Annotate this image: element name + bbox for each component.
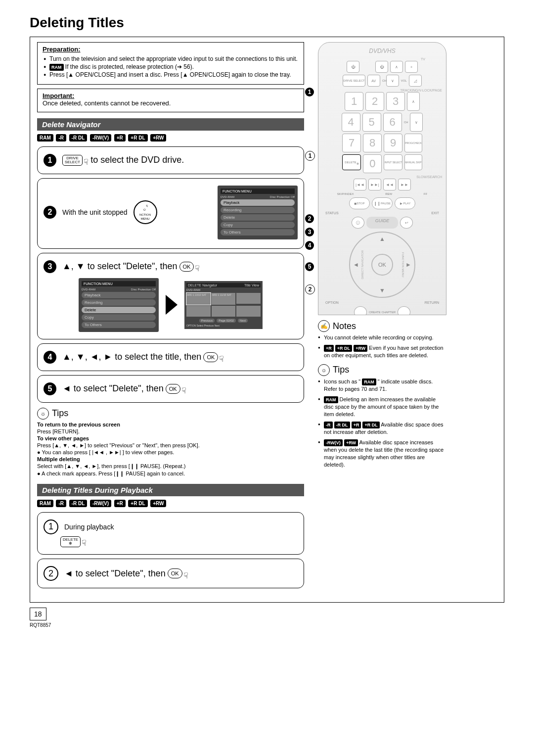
callout-5-filled: 5 <box>305 262 314 271</box>
callout-4-filled: 4 <box>305 241 314 250</box>
tips-list-right: Icons such as " RAM " indicate usable di… <box>318 378 446 469</box>
pb-step-2-number: 2 <box>44 566 58 581</box>
step-4: 4 ▲, ▼, ◄, ► to select the title, then O… <box>37 343 304 371</box>
pb-step-1-text: During playback <box>64 523 114 531</box>
finger-icon: ☟ <box>181 386 186 395</box>
callout-3-filled: 3 <box>305 228 314 236</box>
step-2-number: 2 <box>44 206 56 219</box>
power-icon: ⏻ <box>347 61 359 73</box>
finger-icon: ☟ <box>195 264 200 273</box>
step-5-text: ◄ to select "Delete", then <box>62 383 164 394</box>
step-5: 5 ◄ to select "Delete", then OK ☟ <box>37 375 304 403</box>
bulb-icon: ☼ <box>37 408 49 420</box>
step-1-text: to select the DVD drive. <box>90 155 184 165</box>
model-code: RQT8857 <box>30 622 504 628</box>
step-2-text: With the unit stopped <box>62 208 128 216</box>
pb-step-1: 1 During playback DELETE✻ ☟ <box>37 512 304 555</box>
finger-icon: ☟ <box>219 354 224 364</box>
callout-2-outline: 2 <box>305 284 315 294</box>
section-playback: Deleting Titles During Playback <box>37 484 304 496</box>
section-delete-navigator: Delete Navigator <box>37 118 304 131</box>
finger-icon: ☟ <box>82 538 87 548</box>
step-4-number: 4 <box>44 351 56 364</box>
notes-list: You cannot delete while recording or cop… <box>318 334 446 359</box>
disc-badges-2: RAM -R -R DL -RW(V) +R +R DL +RW <box>37 499 304 507</box>
important-box: Important: Once deleted, contents cannot… <box>37 89 304 112</box>
step-3-number: 3 <box>44 260 56 273</box>
tips-heading-right: ☼ Tips <box>318 364 446 376</box>
ok-button-4: OK <box>203 352 218 362</box>
step-4-text: ▲, ▼, ◄, ► to select the title, then <box>62 352 201 362</box>
arrow-right-icon <box>166 295 178 315</box>
important-label: Important: <box>43 92 74 99</box>
prep-item-2: RAM If the disc is protected, release pr… <box>49 63 299 71</box>
disc-badges-1: RAM -R -R DL -RW(V) +R +R DL +RW <box>37 134 304 142</box>
step-1: 1 DRIVESELECT ☟ to select the DVD drive. <box>37 146 304 174</box>
preparation-box: Preparation: Turn on the television and … <box>37 42 304 85</box>
delete-button: DELETE✻ <box>60 536 81 547</box>
remote-control: DVD/VHS TV ⏻ ⏻ ∧ + DRIVE SELECT AV CH ∨ <box>318 42 446 315</box>
prep-item-3: Press [▲ OPEN/CLOSE] and insert a disc. … <box>49 71 299 79</box>
finger-icon: ☟ <box>183 571 188 580</box>
step-3-text: ▲, ▼ to select "Delete", then <box>62 261 178 272</box>
pb-step-1-number: 1 <box>44 520 58 534</box>
info-icon: ⓘ <box>352 217 364 229</box>
navigation-ring: DIRECT NAVIGATOR FUNCTION MENU ▲ ▼ ◄ ► O… <box>349 232 415 298</box>
delete-navigator-panel: DELETE NavigatorTitle View DVD-RAM ARD 1… <box>184 281 263 329</box>
callout-1-outline: 1 <box>305 151 315 161</box>
ok-button-5: OK <box>166 384 180 394</box>
step-2: 2 With the unit stopped F U NCTION MENU … <box>37 178 304 249</box>
page-number: 18 <box>30 608 46 620</box>
preparation-label: Preparation: <box>43 46 81 53</box>
function-menu-panel-2: FUNCTION MENU DVD-RAMDisc Protection Off… <box>79 278 159 332</box>
function-menu-panel: FUNCTION MENU DVD-RAMDisc Protection Off… <box>218 186 298 239</box>
page-title: Deleting Titles <box>30 15 504 31</box>
function-menu-icon: F U NCTION MENU <box>134 200 157 224</box>
step-3: 3 ▲, ▼ to select "Delete", then OK ☟ FUN… <box>37 253 304 339</box>
callout-2-filled: 2 <box>305 214 314 223</box>
step-1-number: 1 <box>44 154 56 167</box>
main-frame: Preparation: Turn on the television and … <box>30 37 504 603</box>
hand-icon: ✍ <box>318 320 330 332</box>
tips-heading-left: ☼ Tips <box>37 408 304 420</box>
prep-item-1: Turn on the television and select the ap… <box>49 55 299 63</box>
remote-delete-button: DELETE✻ <box>342 154 361 170</box>
ok-button-pb2: OK <box>168 568 182 578</box>
notes-heading: ✍ Notes <box>318 320 446 332</box>
pb-step-2: 2 ◄ to select "Delete", then OK ☟ <box>37 559 304 588</box>
important-text: Once deleted, contents cannot be recover… <box>43 99 171 107</box>
tips-body-left: To return to the previous screen Press [… <box>37 422 304 477</box>
step-5-number: 5 <box>44 382 56 395</box>
ok-button-3: OK <box>179 262 194 272</box>
bulb-icon: ☼ <box>318 364 330 376</box>
drive-select-button: DRIVESELECT <box>62 155 83 166</box>
finger-icon: ☟ <box>84 157 89 167</box>
pb-step-2-text: ◄ to select "Delete", then <box>64 568 166 579</box>
remote-ok-button: OK <box>371 254 393 276</box>
callout-1-filled: 1 <box>305 88 314 96</box>
